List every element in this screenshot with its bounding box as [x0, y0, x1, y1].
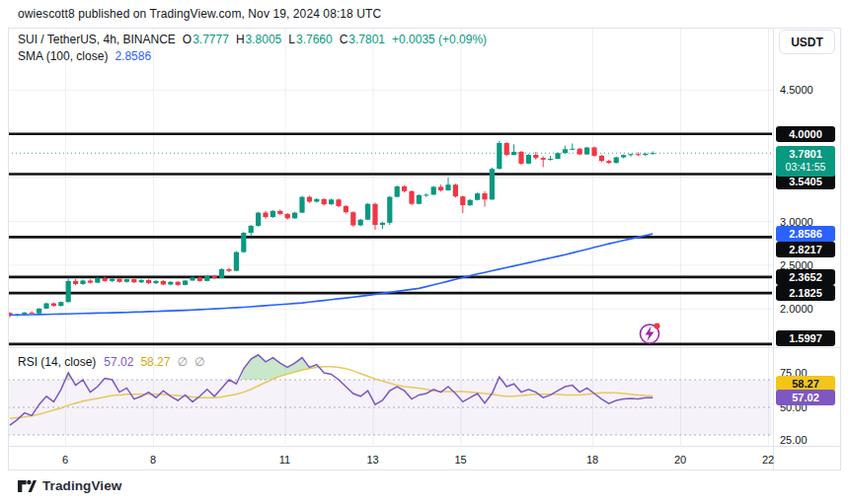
candle-body [453, 184, 458, 196]
symbol-title[interactable]: SUI / TetherUS, 4h, BINANCE [18, 33, 176, 46]
candle-body [365, 204, 370, 220]
ohlc-value: 3.8005 [246, 33, 282, 46]
last-price-badge: 3.780103:41:55 [776, 146, 835, 177]
ohlc-values: O3.7777H3.8005L3.7660C3.7801 [176, 33, 385, 46]
rsi-value: 57.02 [104, 355, 133, 369]
candle-body [526, 155, 531, 164]
candle-body [139, 280, 144, 282]
candle-body [570, 149, 575, 150]
candle-body [58, 302, 63, 306]
candle-body [249, 226, 254, 233]
candle-body [116, 279, 121, 282]
candle-body [277, 211, 282, 214]
candle-body [584, 147, 589, 154]
ohlc-value: 3.7777 [193, 33, 229, 46]
candle-body [66, 281, 71, 302]
candle-body [256, 213, 261, 226]
time-axis-label: 6 [62, 454, 68, 466]
tradingview-logo-text[interactable]: TradingView [42, 478, 121, 493]
price-level-badge: 4.0000 [776, 126, 835, 142]
candle-body [621, 155, 626, 157]
candle-body [204, 276, 209, 281]
chart-canvas[interactable] [0, 0, 849, 504]
time-axis-label: 18 [586, 454, 598, 466]
candle-body [395, 186, 400, 197]
candle-body [176, 282, 181, 285]
candle-body [226, 269, 231, 271]
candle-body [307, 197, 312, 202]
candle-body [578, 149, 582, 155]
candle-body [329, 199, 334, 204]
candle-body [409, 191, 414, 204]
price-tick-label: 4.5000 [780, 84, 813, 96]
ohlc-value: 3.7660 [296, 33, 333, 46]
candle-body [504, 143, 509, 155]
sma-line [10, 234, 653, 315]
price-change: +0.0035 (+0.09%) [392, 33, 487, 46]
rsi-value-badge: 57.02 [776, 390, 835, 405]
candle-body [591, 147, 596, 155]
candle-body [299, 197, 304, 213]
candle-body [555, 153, 560, 159]
time-axis[interactable]: 68111315182022 [8, 446, 773, 470]
candle-body [197, 277, 202, 281]
rsi-empty-slot-icon: ∅ [194, 355, 204, 369]
ohlc-key: H [236, 33, 245, 46]
candle-body [124, 279, 129, 282]
sma-value: 2.8586 [115, 49, 151, 63]
time-axis-label: 13 [366, 454, 378, 466]
last-price-value: 3.7801 [789, 148, 822, 160]
candle-body [30, 313, 35, 314]
price-axis[interactable]: 4.50003.00002.50002.00004.00003.54052.82… [774, 28, 841, 446]
tradingview-chart-widget: owiescott8 published on TradingView.com,… [0, 0, 849, 504]
price-level-badge: 2.3652 [776, 269, 835, 285]
candle-body [219, 269, 224, 278]
candle-body [350, 212, 355, 225]
rsi-ma-value: 58.27 [140, 355, 170, 369]
candle-body [153, 281, 158, 283]
candle-body [80, 280, 85, 284]
candle-body [599, 156, 604, 161]
ohlc-key: L [288, 33, 295, 46]
time-axis-label: 20 [674, 454, 686, 466]
candle-body [344, 206, 348, 212]
candle-body [183, 280, 188, 284]
candle-body [490, 169, 495, 199]
candle-body [314, 199, 319, 202]
candle-body [417, 195, 422, 204]
candle-body [241, 233, 246, 252]
candle-body [285, 214, 290, 218]
candle-body [460, 196, 465, 205]
candle-body [482, 193, 487, 199]
symbol-legend: SUI / TetherUS, 4h, BINANCEO3.7777H3.800… [18, 33, 487, 46]
main-pane[interactable] [7, 134, 773, 344]
time-axis-label: 8 [150, 454, 156, 466]
candle-body [212, 276, 217, 278]
candle-body [168, 282, 173, 285]
candle-body [73, 281, 78, 284]
candle-body [103, 278, 108, 281]
candle-body [424, 194, 428, 195]
candle-body [548, 159, 553, 160]
candle-body [614, 157, 619, 163]
candle-body [651, 153, 656, 154]
tradingview-logo-icon[interactable] [18, 479, 37, 493]
time-axis-label: 15 [454, 454, 466, 466]
footer: TradingView [18, 478, 121, 493]
candle-body [475, 193, 480, 200]
candle-body [95, 278, 100, 283]
candle-body [541, 158, 546, 160]
price-tick-label: 2.0000 [780, 303, 813, 315]
ohlc-value: 3.7801 [348, 33, 385, 46]
candle-body [387, 197, 392, 223]
candle-body [563, 149, 568, 153]
flash-event-icon[interactable] [641, 324, 660, 344]
candle-body [51, 304, 56, 307]
candle-body [336, 199, 341, 206]
sma-value-badge: 2.8586 [776, 226, 835, 242]
candle-body [511, 152, 516, 155]
rsi-empty-slot-icon: ∅ [177, 355, 187, 369]
candle-body [606, 161, 611, 163]
candle-body [518, 152, 523, 164]
candle-body [636, 154, 641, 155]
